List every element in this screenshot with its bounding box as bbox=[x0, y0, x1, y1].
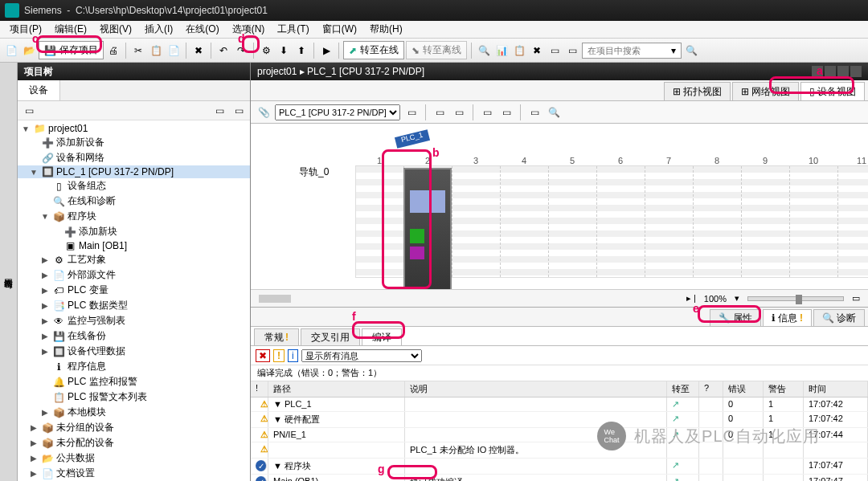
search-box[interactable]: ▾ bbox=[582, 43, 682, 59]
hscroll[interactable] bbox=[259, 295, 291, 303]
zoom-reset-icon[interactable]: ▭ bbox=[852, 293, 860, 304]
rail-slot[interactable] bbox=[645, 166, 694, 277]
menu-window[interactable]: 窗口(W) bbox=[316, 21, 363, 38]
tree-item-alarm[interactable]: 🔔PLC 监控和报警 bbox=[18, 374, 250, 389]
tree-item-extsrc[interactable]: ▶📄外部源文件 bbox=[18, 267, 250, 283]
compile-row[interactable]: ⚠▼ PLC_1↗0117:07:42 bbox=[251, 397, 868, 412]
expand-icon[interactable]: ▶ bbox=[40, 255, 50, 264]
rail-slot[interactable] bbox=[694, 166, 742, 277]
expand-icon[interactable]: ▶ bbox=[40, 271, 50, 279]
tree-item-ungrouped[interactable]: ▶📦未分组的设备 bbox=[18, 420, 250, 435]
simulate-icon[interactable]: ▶ bbox=[318, 43, 334, 59]
message-filter-select[interactable]: 显示所有消息 bbox=[301, 349, 422, 362]
expand-icon[interactable]: ▶ bbox=[29, 469, 39, 478]
tree-item-diag[interactable]: 🔍在线和诊断 bbox=[18, 194, 250, 209]
tree-item-textlist[interactable]: 📋PLC 报警文本列表 bbox=[18, 389, 250, 405]
expand-icon[interactable]: ▶ bbox=[29, 438, 39, 447]
tree-item-proxy[interactable]: ▶🔲设备代理数据 bbox=[18, 344, 250, 359]
subtab-compile[interactable]: 编译 bbox=[362, 328, 402, 345]
paste-icon[interactable]: 📄 bbox=[166, 43, 182, 59]
compile-icon[interactable]: ⚙ bbox=[258, 43, 274, 59]
undo-icon[interactable]: ↶ bbox=[215, 43, 231, 59]
expand-icon[interactable]: ▶ bbox=[29, 423, 39, 432]
rail-slot[interactable] bbox=[742, 166, 790, 277]
window-close-icon[interactable] bbox=[850, 66, 862, 77]
compile-row[interactable]: ✓Main (OB1)块已成功编译。↗17:07:47 bbox=[251, 475, 868, 481]
tab-topology-view[interactable]: ⊞拓扑视图 bbox=[664, 82, 731, 100]
menu-options[interactable]: 选项(N) bbox=[226, 21, 272, 38]
go-online-button[interactable]: ⬈ 转至在线 bbox=[343, 41, 404, 59]
menu-online[interactable]: 在线(O) bbox=[179, 21, 225, 38]
rail-slot[interactable] bbox=[597, 166, 645, 277]
tb-icon-5[interactable]: ▭ bbox=[564, 43, 580, 59]
expand-icon[interactable]: ▶ bbox=[40, 347, 50, 356]
tree-item-local[interactable]: ▶📦本地模块 bbox=[18, 405, 250, 420]
editor-icon-2[interactable]: ▭ bbox=[403, 104, 420, 120]
tb-icon-4[interactable]: ▭ bbox=[547, 43, 563, 59]
expand-icon[interactable]: ▶ bbox=[40, 316, 50, 325]
rail-slot[interactable] bbox=[790, 166, 838, 277]
devices-tab[interactable]: 设备 bbox=[18, 80, 60, 100]
tree-item-net[interactable]: 🔗设备和网络 bbox=[18, 150, 250, 165]
tree-item-ob[interactable]: ▣Main [OB1] bbox=[18, 239, 250, 252]
tree-item-backup[interactable]: ▶💾在线备份 bbox=[18, 328, 250, 344]
editor-icon-5[interactable]: ▭ bbox=[479, 104, 495, 120]
expand-icon[interactable]: ▼ bbox=[40, 212, 50, 221]
rail-slot[interactable] bbox=[549, 166, 597, 277]
expand-icon[interactable]: ▼ bbox=[29, 168, 39, 177]
tab-device-view[interactable]: ▯设备视图 bbox=[800, 82, 865, 100]
tree-filter-icon[interactable]: ▭ bbox=[21, 103, 37, 119]
menu-help[interactable]: 帮助(H) bbox=[363, 21, 409, 38]
expand-icon[interactable]: ▶ bbox=[40, 408, 50, 417]
search-dropdown-icon[interactable]: ▾ bbox=[671, 45, 676, 56]
tree-item-add-device[interactable]: ➕添加新设备 bbox=[18, 135, 250, 150]
tree-item-watch[interactable]: ▶👁监控与强制表 bbox=[18, 313, 250, 328]
expand-icon[interactable]: ▶ bbox=[29, 454, 39, 463]
cut-icon[interactable]: ✂ bbox=[130, 43, 146, 59]
tree-item-common[interactable]: ▶📂公共数据 bbox=[18, 450, 250, 466]
filter-error-icon[interactable]: ✖ bbox=[256, 349, 270, 362]
tree-item-tech[interactable]: ▶⚙工艺对象 bbox=[18, 252, 250, 267]
menu-edit[interactable]: 编辑(E) bbox=[48, 21, 93, 38]
tab-info[interactable]: ℹ信息! bbox=[763, 309, 812, 326]
cross-ref-icon[interactable]: ✖ bbox=[529, 43, 545, 59]
tree-item-project[interactable]: ▼📁project01 bbox=[18, 122, 250, 135]
editor-icon-6[interactable]: ▭ bbox=[498, 104, 514, 120]
tree-view-icon-1[interactable]: ▭ bbox=[212, 103, 228, 119]
tb-icon-3[interactable]: 📋 bbox=[511, 43, 527, 59]
zoom-slider[interactable] bbox=[747, 296, 844, 301]
window-restore-icon[interactable] bbox=[825, 66, 836, 77]
rail-slot[interactable] bbox=[452, 166, 501, 277]
new-project-icon[interactable]: 📄 bbox=[3, 43, 19, 59]
tree-item-tags[interactable]: ▶🏷PLC 变量 bbox=[18, 283, 250, 298]
rail-slot[interactable] bbox=[838, 166, 868, 277]
editor-icon-7[interactable]: ▭ bbox=[526, 104, 542, 120]
window-max-icon[interactable] bbox=[837, 66, 849, 77]
expand-icon[interactable]: ▶ bbox=[40, 301, 50, 310]
editor-icon-1[interactable]: 📎 bbox=[256, 104, 272, 120]
editor-icon-4[interactable]: ▭ bbox=[451, 104, 467, 120]
tree-item-proginfo[interactable]: ℹ程序信息 bbox=[18, 359, 250, 374]
print-icon[interactable]: 🖨 bbox=[105, 43, 121, 59]
menu-insert[interactable]: 插入(I) bbox=[138, 21, 179, 38]
rail-slot[interactable] bbox=[501, 166, 549, 277]
rail-slot[interactable] bbox=[356, 166, 404, 277]
tree-view-icon-2[interactable]: ▭ bbox=[231, 103, 247, 119]
menu-tools[interactable]: 工具(T) bbox=[271, 21, 315, 38]
download-icon[interactable]: ⬇ bbox=[276, 43, 292, 59]
device-selector[interactable]: PLC_1 [CPU 317-2 PN/DP] bbox=[275, 104, 400, 120]
tree-item-add-block[interactable]: ➕添加新块 bbox=[18, 224, 250, 239]
tab-properties[interactable]: 🔧属性 bbox=[710, 309, 761, 326]
plc-module[interactable] bbox=[403, 168, 452, 289]
tree-item-blocks[interactable]: ▼📦程序块 bbox=[18, 209, 250, 224]
tab-diagnostics[interactable]: 🔍诊断 bbox=[813, 309, 865, 326]
compile-row[interactable]: ✓▼ 程序块↗17:07:47 bbox=[251, 459, 868, 475]
tree-item-plc[interactable]: ▼🔲PLC_1 [CPU 317-2 PN/DP] bbox=[18, 165, 250, 178]
filter-info-icon[interactable]: i bbox=[288, 349, 298, 362]
upload-icon[interactable]: ⬆ bbox=[293, 43, 309, 59]
subtab-crossref[interactable]: 交叉引用 bbox=[301, 328, 360, 345]
tb-icon-2[interactable]: 📊 bbox=[493, 43, 510, 59]
expand-icon[interactable]: ▼ bbox=[21, 124, 31, 133]
tree-item-docset[interactable]: ▶📄文档设置 bbox=[18, 466, 250, 481]
menu-project[interactable]: 项目(P) bbox=[3, 21, 48, 38]
